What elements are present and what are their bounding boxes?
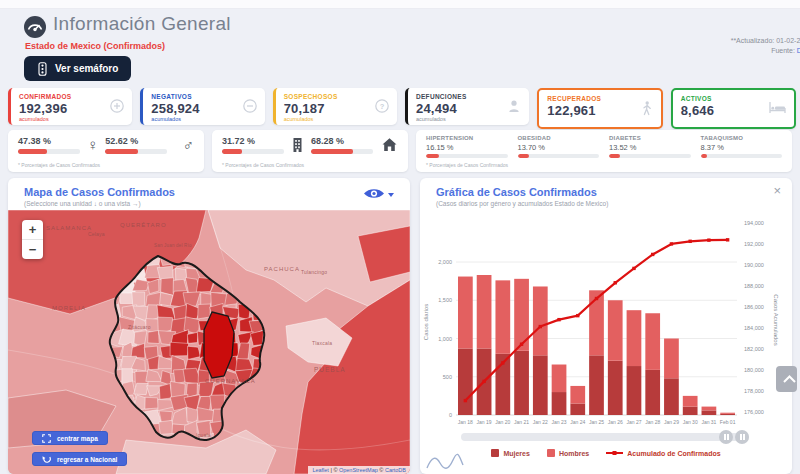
question-circle-icon: ? — [375, 99, 389, 113]
person-icon — [507, 99, 521, 113]
scroll-to-top-button[interactable] — [776, 366, 797, 392]
attribution-text: | © — [329, 467, 339, 473]
map-canvas[interactable]: SALAMANCACelayaQUERÉTAROSan Juan del Río… — [8, 210, 410, 474]
male-progress-fill — [105, 149, 138, 154]
attribution-text: © — [378, 467, 385, 473]
hospitalized-percent-group: 31.72 % — [222, 136, 284, 154]
legend-mujeres[interactable]: Mujeres — [491, 449, 529, 457]
legend-acumulado[interactable]: Acumulado de Confirmados — [606, 449, 720, 457]
svg-text:?: ? — [380, 102, 385, 111]
comorbidity-panel: HIPERTENSION 16.15 % OBESIDAD 13.70 % DI… — [416, 130, 792, 172]
card-confirmados: CONFIRMADOS 192,396 acumulados — [8, 88, 132, 125]
map-label: QUERÉTARO — [120, 222, 167, 228]
card-negativos: NEGATIVOS 258,924 acumulados — [140, 88, 264, 125]
svg-text:Jan 28: Jan 28 — [645, 419, 660, 425]
map-label: Zitácuaro — [128, 324, 151, 330]
svg-text:178,000: 178,000 — [744, 388, 764, 394]
chart-subtitle: (Casos diarios por género y acumulados E… — [436, 200, 792, 207]
comorbidity-fill — [426, 154, 439, 158]
map-view-toggle[interactable] — [363, 187, 394, 200]
svg-text:Jan 26: Jan 26 — [608, 419, 623, 425]
attribution-link[interactable]: Leaflet — [312, 467, 329, 473]
chart-card: Gráfica de Casos Confirmados (Casos diar… — [420, 178, 792, 474]
legend-swatch — [547, 449, 555, 457]
map-label: CUERNAVACA — [205, 378, 256, 384]
undo-icon — [42, 455, 51, 464]
back-to-national-button[interactable]: regresar a Nacional — [32, 452, 127, 466]
map-card: Mapa de Casos Confirmados (Seleccione un… — [8, 178, 410, 474]
map-attribution[interactable]: Leaflet | © OpenStreetMap © CartoDB — [308, 466, 410, 474]
svg-text:1,000: 1,000 — [438, 336, 452, 342]
legend-label: Acumulado de Confirmados — [627, 450, 720, 457]
gauge-icon — [24, 16, 46, 38]
svg-text:190,000: 190,000 — [744, 262, 764, 268]
legend-label: Mujeres — [503, 450, 529, 457]
female-percent-value: 47.38 % — [18, 136, 80, 146]
zoom-out-button[interactable]: − — [22, 240, 43, 259]
card-subtext: acumulados — [151, 116, 256, 122]
comorbidity-value: 8.37 % — [701, 143, 783, 152]
svg-text:Jan 29: Jan 29 — [664, 419, 679, 425]
chevron-up-icon — [782, 374, 797, 384]
comorbidity-tabaquismo: TABAQUISMO 8.37 % — [701, 135, 783, 158]
footnote: * Porcentajes de Casos Confirmados — [426, 162, 508, 168]
scrollbar-grip-right[interactable] — [735, 430, 749, 444]
svg-text:Jan 30: Jan 30 — [683, 419, 698, 425]
map-label: PUEBLA — [314, 366, 346, 373]
chart-title: Gráfica de Casos Confirmados — [436, 186, 792, 198]
card-value: 122,961 — [547, 103, 652, 118]
comorbidity-label: DIABETES — [609, 135, 691, 141]
svg-text:194,000: 194,000 — [744, 220, 764, 226]
svg-text:Jan 18: Jan 18 — [458, 419, 473, 425]
card-value: 70,187 — [284, 101, 389, 116]
center-map-label: centrar mapa — [57, 435, 98, 442]
svg-text:Jan 27: Jan 27 — [626, 419, 641, 425]
ambulatory-percent-value: 68.28 % — [311, 136, 373, 146]
svg-text:176,000: 176,000 — [744, 409, 764, 415]
comorbidity-hipertension: HIPERTENSION 16.15 % — [426, 135, 508, 158]
top-navbar-strip — [0, 0, 800, 9]
back-to-national-label: regresar a Nacional — [57, 456, 117, 463]
comorbidity-fill — [609, 154, 620, 158]
male-percent-value: 52.62 % — [105, 136, 167, 146]
card-recuperados: RECUPERADOS 122,961 — [537, 88, 662, 129]
ambulatory-progress-track — [311, 149, 373, 154]
comorbidity-value: 16.15 % — [426, 143, 508, 152]
svg-text:192,000: 192,000 — [744, 241, 764, 247]
dashboard-page: Información General Estado de Mexico (Co… — [0, 0, 800, 474]
attribution-link[interactable]: OpenStreetMap — [339, 467, 378, 473]
male-percent-group: 52.62 % — [105, 136, 167, 154]
map-label: Tlaxcala — [312, 340, 332, 346]
plus-circle-icon — [110, 99, 124, 113]
zoom-in-button[interactable]: + — [22, 220, 43, 240]
male-icon: ♂ — [183, 137, 194, 152]
card-label: CONFIRMADOS — [19, 93, 124, 100]
svg-text:186,000: 186,000 — [744, 304, 764, 310]
amcharts-logo-icon — [425, 452, 465, 472]
legend-hombres[interactable]: Hombres — [547, 449, 589, 457]
comorbidity-value: 13.70 % — [518, 143, 600, 152]
map-subtitle: (Seleccione una unidad ↓ o una vista →) — [24, 200, 410, 207]
map-label: PACHUCA — [264, 266, 300, 272]
female-progress-fill — [18, 149, 47, 154]
close-icon[interactable]: × — [773, 183, 781, 198]
page-subtitle: Estado de Mexico (Confirmados) — [25, 41, 165, 51]
comorbidity-diabetes: DIABETES 13.52 % — [609, 135, 691, 158]
map-label: Tulancingo — [301, 269, 327, 275]
ver-semaforo-button[interactable]: Ver semáforo — [24, 56, 131, 81]
comorbidity-track — [518, 154, 600, 158]
svg-text:1,500: 1,500 — [438, 297, 452, 303]
svg-text:Feb 01: Feb 01 — [720, 419, 736, 425]
comorbidity-label: TABAQUISMO — [701, 135, 783, 141]
chart-scrollbar[interactable] — [461, 433, 749, 441]
card-label: NEGATIVOS — [151, 93, 256, 100]
attribution-link[interactable]: CartoDB — [385, 467, 406, 473]
bed-icon — [769, 101, 786, 114]
gender-percent-panel: 47.38 % ♀ 52.62 % ♂ * Porcentajes de Cas… — [8, 130, 204, 172]
card-label: SOSPECHOSOS — [284, 93, 389, 100]
scrollbar-grip-left[interactable] — [719, 430, 733, 444]
comorbidity-value: 13.52 % — [609, 143, 691, 152]
update-info: **Actualizado: 01-02-2021 Fuente: DGE — [550, 36, 800, 56]
center-map-button[interactable]: centrar mapa — [32, 431, 108, 445]
map-label: MORELIA — [52, 305, 86, 311]
